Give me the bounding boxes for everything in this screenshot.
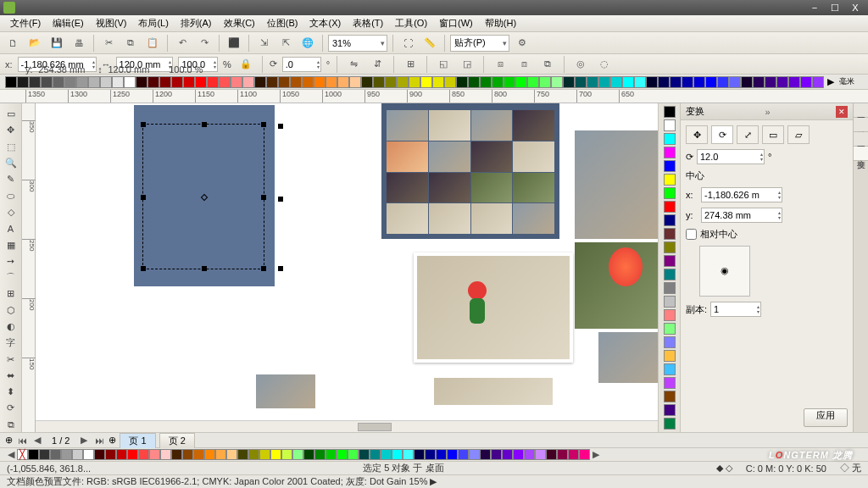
swatch[interactable] bbox=[116, 449, 127, 460]
swatch[interactable] bbox=[53, 76, 64, 88]
swatch[interactable] bbox=[546, 449, 557, 460]
center-y-input[interactable]: 274.38 mm bbox=[701, 208, 782, 223]
swatch[interactable] bbox=[513, 449, 524, 460]
swatch[interactable] bbox=[812, 76, 824, 88]
bitmap-toy[interactable] bbox=[414, 252, 573, 363]
swatch[interactable] bbox=[337, 76, 349, 88]
swatch[interactable] bbox=[527, 76, 539, 88]
relative-center-checkbox[interactable] bbox=[686, 229, 697, 240]
docker-tab-styles[interactable]: 对象样式 bbox=[854, 118, 868, 132]
swatch[interactable] bbox=[5, 76, 17, 88]
tool-17[interactable]: ⬍ bbox=[2, 385, 20, 399]
swatch[interactable] bbox=[622, 76, 634, 88]
handle-outer-se[interactable] bbox=[278, 266, 283, 271]
tool-12[interactable]: ⬡ bbox=[2, 303, 20, 318]
menu-window[interactable]: 窗口(W) bbox=[434, 15, 478, 31]
swatch[interactable] bbox=[717, 76, 729, 88]
tool-14[interactable]: 字 bbox=[2, 336, 20, 350]
prev-page-button[interactable]: ◀ bbox=[31, 435, 43, 446]
menu-tools[interactable]: 工具(O) bbox=[390, 15, 432, 31]
zoom-combo[interactable]: 31% bbox=[328, 35, 387, 52]
swatch[interactable] bbox=[50, 449, 61, 460]
swatch[interactable] bbox=[551, 76, 563, 88]
swatch[interactable] bbox=[409, 76, 420, 88]
swatch[interactable] bbox=[76, 76, 88, 88]
swatch[interactable] bbox=[425, 449, 436, 460]
menu-table[interactable]: 表格(T) bbox=[348, 15, 388, 31]
ungroup-all-button[interactable]: ⧉ bbox=[538, 55, 557, 74]
swatch[interactable] bbox=[670, 76, 682, 88]
swatch[interactable] bbox=[610, 76, 622, 88]
swatch[interactable] bbox=[492, 76, 504, 88]
minimize-button[interactable]: − bbox=[805, 3, 824, 14]
swatch[interactable] bbox=[664, 214, 676, 226]
swatch[interactable] bbox=[664, 350, 676, 362]
swatch[interactable] bbox=[237, 449, 248, 460]
swatch[interactable] bbox=[664, 201, 676, 213]
docker-tab-transform[interactable]: 变换 bbox=[854, 147, 868, 161]
new-button[interactable]: 🗋 bbox=[3, 34, 22, 53]
swatch[interactable] bbox=[664, 269, 676, 280]
swatch[interactable] bbox=[28, 449, 39, 460]
handle-w[interactable] bbox=[141, 195, 146, 200]
swatch[interactable] bbox=[664, 133, 676, 145]
bitmap-collage[interactable] bbox=[381, 103, 559, 239]
cut-button[interactable]: ✂ bbox=[99, 34, 118, 53]
group-button[interactable]: ⧇ bbox=[491, 55, 509, 74]
add-page-button[interactable]: ⊕ bbox=[5, 435, 13, 446]
swatch[interactable] bbox=[326, 449, 337, 460]
swatch[interactable] bbox=[664, 255, 676, 267]
swatch[interactable] bbox=[682, 76, 693, 88]
swatch[interactable] bbox=[535, 449, 546, 460]
swatch[interactable] bbox=[458, 449, 469, 460]
swatch[interactable] bbox=[171, 76, 183, 88]
swatch[interactable] bbox=[29, 76, 41, 88]
tool-15[interactable]: ✂ bbox=[2, 352, 20, 366]
menu-help[interactable]: 帮助(H) bbox=[480, 15, 521, 31]
panel-close-button[interactable]: ✕ bbox=[836, 106, 848, 118]
swatch[interactable] bbox=[432, 76, 444, 88]
rotation-input[interactable]: .0 bbox=[282, 57, 321, 72]
ruler-horizontal[interactable]: 1350130012501200115011001050100095090085… bbox=[0, 90, 868, 103]
swatch[interactable] bbox=[664, 174, 676, 186]
combine-button[interactable]: ◎ bbox=[571, 55, 590, 74]
swatch[interactable] bbox=[664, 323, 676, 335]
swatch[interactable] bbox=[215, 449, 226, 460]
swatch[interactable] bbox=[171, 449, 182, 460]
swatch[interactable] bbox=[226, 449, 237, 460]
handle-center[interactable] bbox=[201, 194, 208, 201]
import-button[interactable]: ⇲ bbox=[254, 34, 273, 53]
swatch[interactable] bbox=[664, 187, 676, 199]
tool-1[interactable]: ✥ bbox=[2, 123, 20, 137]
swatch[interactable] bbox=[664, 418, 676, 430]
swatch[interactable] bbox=[266, 76, 278, 88]
swatch[interactable] bbox=[278, 76, 290, 88]
swatch[interactable] bbox=[242, 76, 254, 88]
tool-9[interactable]: ➙ bbox=[2, 254, 20, 269]
swatch[interactable] bbox=[664, 296, 676, 308]
swatch[interactable] bbox=[83, 449, 94, 460]
swatch[interactable] bbox=[664, 309, 676, 321]
menu-edit[interactable]: 编辑(E) bbox=[47, 15, 89, 31]
swatch[interactable] bbox=[231, 76, 242, 88]
swatch[interactable] bbox=[348, 449, 359, 460]
outline-indicator[interactable]: ◇ 无 bbox=[840, 462, 861, 474]
swatch[interactable] bbox=[664, 228, 676, 240]
tab-skew-icon[interactable]: ▱ bbox=[787, 125, 810, 144]
tool-5[interactable]: ⬭ bbox=[2, 188, 20, 202]
tab-size-icon[interactable]: ▭ bbox=[762, 125, 784, 144]
swatch[interactable] bbox=[646, 76, 658, 88]
swatch[interactable] bbox=[414, 449, 425, 460]
swatch[interactable] bbox=[147, 76, 159, 88]
swatch[interactable] bbox=[337, 449, 348, 460]
rotation-angle-input[interactable]: 12.0 bbox=[697, 149, 765, 164]
break-button[interactable]: ◌ bbox=[595, 55, 614, 74]
swatch[interactable] bbox=[149, 449, 160, 460]
swatch[interactable] bbox=[127, 449, 138, 460]
swatch[interactable] bbox=[788, 76, 800, 88]
lock-ratio-button[interactable]: 🔒 bbox=[236, 55, 255, 74]
swatch[interactable] bbox=[469, 449, 480, 460]
swatch[interactable] bbox=[524, 449, 535, 460]
swatch[interactable] bbox=[182, 449, 193, 460]
tool-2[interactable]: ⬚ bbox=[2, 140, 20, 154]
